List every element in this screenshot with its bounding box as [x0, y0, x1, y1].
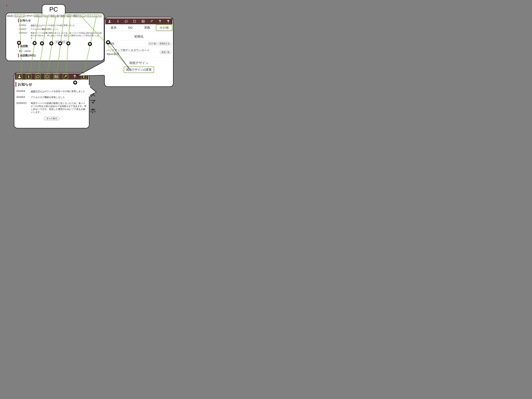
nav-settings[interactable]: 設定: [67, 14, 71, 17]
nav-home[interactable]: ai広場: [7, 14, 13, 17]
news-link[interactable]: 画面デザイン: [31, 90, 44, 93]
news-text: アクセスログ機能を実装しました: [30, 95, 88, 101]
svg-rect-8: [28, 76, 29, 78]
unknown-red-dot: [6, 5, 7, 6]
sp-icon-chat[interactable]: [33, 73, 43, 80]
svg-point-0: [109, 20, 110, 21]
badge-9: ❾: [73, 81, 77, 84]
badge-7: ❼: [106, 40, 110, 44]
nav-mypage[interactable]: マイページ: [14, 14, 25, 17]
svg-point-7: [28, 75, 29, 76]
badge-1: ❶: [17, 41, 21, 45]
sp-icon-user[interactable]: [15, 73, 24, 80]
icon-book[interactable]: [131, 18, 139, 24]
svg-point-6: [19, 75, 20, 76]
news-text: 再度サーバーの容量が限界に近くなったため、各ベイビーの1年以上前の会話ログを削除…: [30, 31, 103, 40]
stats-heading-30: 会話数(30日): [18, 54, 103, 57]
tab-vars[interactable]: 変数: [139, 24, 156, 31]
sp-icon-book[interactable]: [42, 73, 52, 80]
pc-panel: ai広場 | マイページ | demon | お知らせ | ログ | 返答一覧 …: [6, 13, 104, 61]
nav-replies[interactable]: 返答一覧: [51, 14, 59, 17]
sp-icon-wrench[interactable]: [61, 73, 70, 80]
news-text: 再度サーバーの容量が限界に近くなったため、各ベイビーの1年以上前の会話ログを削除…: [30, 101, 88, 115]
table-row: 2019/4/13 再度サーバーの容量が限界に近くなったため、各ベイビーの1年以…: [15, 101, 88, 115]
svg-rect-3: [142, 20, 144, 22]
stats-total-value: 1901回: [24, 50, 31, 52]
news-link[interactable]: 画面デザイン: [31, 24, 42, 26]
sp-toolbar: [15, 73, 88, 80]
chevron-down-icon: ▼: [154, 43, 156, 44]
badge-2: ❷: [33, 41, 37, 45]
pc-news-heading: お知らせ: [18, 19, 103, 22]
init-select[interactable]: ログ ▼: [148, 42, 157, 45]
backup-button[interactable]: 返答一覧: [160, 50, 171, 54]
svg-rect-9: [55, 75, 58, 78]
sp-content: お知らせ 2019/5/4 画面デザインのリンクを設定->その他に変更しました …: [15, 81, 88, 122]
news-date: 2019/5/2: [18, 27, 30, 31]
table-row: 2019/5/4 画面デザインのリンクを設定->その他に変更しました: [18, 24, 103, 27]
nav-news[interactable]: お知らせ: [34, 14, 43, 17]
nav-images[interactable]: 画像: [61, 14, 65, 17]
badge-4: ❹: [49, 41, 53, 45]
badge-8: ❽: [88, 42, 92, 46]
sp-icon-help[interactable]: [70, 73, 79, 80]
svg-point-4: [142, 21, 143, 21]
sp-show-all-button[interactable]: すべて表示: [44, 117, 60, 120]
badge-3: ❸: [40, 41, 44, 45]
news-text-after: のリンクを設定->その他に変更しました: [42, 24, 75, 26]
icon-person-arms[interactable]: [164, 18, 172, 24]
tab-other[interactable]: その他: [156, 24, 173, 31]
init-heading: 初期化: [105, 34, 172, 39]
svg-rect-2: [118, 21, 118, 22]
news-date: 2019/5/2: [15, 95, 30, 101]
settings-panel: 基本 NG 変数 その他 初期化 初期化 ログ ▼ 初期化する バックアップ用デ…: [104, 17, 173, 87]
table-row: 2019/5/2 アクセスログ機能を実装しました: [15, 95, 88, 101]
icon-chat[interactable]: [122, 18, 131, 24]
news-date: 2019/5/4: [15, 89, 30, 95]
settings-toolbar: [105, 18, 172, 24]
table-row: 2019/5/2 アクセスログ機能を実装しました: [18, 27, 103, 31]
backup-label-2: ※json形式: [106, 52, 160, 56]
news-date: 2019/4/13: [15, 101, 30, 115]
svg-point-1: [118, 20, 118, 21]
stats-total-label: 累計: [19, 50, 23, 52]
init-select-value: ログ: [149, 42, 153, 45]
news-date: 2019/4/13: [18, 31, 30, 40]
sp-icon-info[interactable]: [24, 73, 33, 80]
design-heading: 画面デザイン: [105, 61, 172, 65]
tab-basic[interactable]: 基本: [105, 24, 122, 31]
nav-design[interactable]: 画面デザイン: [73, 14, 85, 17]
icon-wrench[interactable]: [147, 18, 156, 24]
icon-info[interactable]: [114, 18, 122, 24]
sp-icon-image[interactable]: [52, 73, 61, 80]
table-row: 2019/5/4 画面デザインのリンクを設定->その他に変更しました: [15, 89, 88, 95]
nav-mybaby[interactable]: マイベイビーへ: [87, 14, 101, 17]
design-change-link[interactable]: 画面デザインの変更: [124, 67, 154, 73]
news-text: アクセスログ機能を実装しました: [30, 27, 103, 31]
pc-label-cover: [42, 12, 64, 14]
icon-help[interactable]: [156, 18, 164, 24]
init-button[interactable]: 初期化する: [158, 42, 171, 45]
init-label: 初期化: [106, 42, 148, 45]
table-row: 2019/4/13 再度サーバーの容量が限界に近くなったため、各ベイビーの1年以…: [18, 31, 103, 40]
badge-6: ❻: [66, 41, 70, 45]
pc-content: お知らせ 2019/5/4 画面デザインのリンクを設定->その他に変更しました …: [18, 18, 103, 58]
news-text: 画面デザインのリンクを設定->その他に変更しました: [30, 24, 103, 27]
init-row: 初期化 ログ ▼ 初期化する: [105, 40, 172, 47]
news-text-after: のリンクを設定->その他に変更しました: [44, 90, 85, 93]
tab-ng[interactable]: NG: [122, 24, 139, 31]
sp-label: スマホ: [90, 89, 96, 112]
backup-row: バックアップ用データダウンロード ※json形式 返答一覧: [105, 47, 172, 57]
icon-image[interactable]: [139, 18, 147, 24]
sp-panel: お知らせ 2019/5/4 画面デザインのリンクを設定->その他に変更しました …: [14, 72, 89, 128]
icon-user[interactable]: [105, 18, 114, 24]
svg-point-10: [56, 76, 56, 76]
news-date: 2019/5/4: [18, 24, 30, 27]
sp-icon-person-arms[interactable]: [79, 73, 88, 80]
nav-log[interactable]: ログ: [44, 14, 49, 17]
backup-label: バックアップ用データダウンロード ※json形式: [106, 49, 160, 56]
sp-news-table: 2019/5/4 画面デザインのリンクを設定->その他に変更しました 2019/…: [15, 88, 88, 115]
news-text: 画面デザインのリンクを設定->その他に変更しました: [30, 89, 88, 95]
pc-nav: ai広場 | マイページ | demon | お知らせ | ログ | 返答一覧 …: [7, 14, 103, 17]
settings-body: 初期化 初期化 ログ ▼ 初期化する バックアップ用データダウンロード ※jso…: [105, 32, 172, 86]
